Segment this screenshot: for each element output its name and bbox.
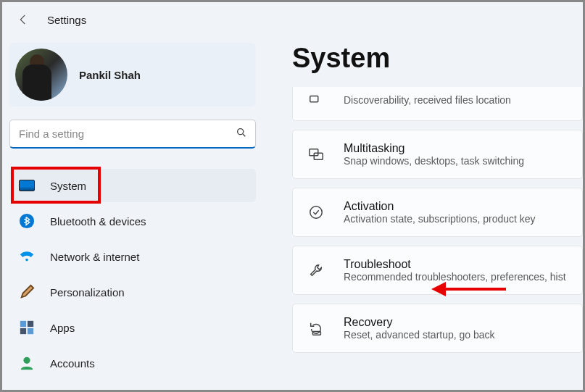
sidebar-item-label: Personalization [50, 286, 125, 299]
search-input[interactable] [9, 120, 256, 149]
card-subtitle: Reset, advanced startup, go back [344, 329, 495, 341]
sidebar-item-label: Accounts [50, 357, 95, 370]
sidebar-item-label: Network & internet [50, 251, 139, 263]
card-nearby-sharing[interactable]: Discoverability, received files location [292, 87, 583, 121]
main-content: System Discoverability, received files l… [263, 37, 583, 390]
sidebar: Pankil Shah System Bluetooth & devices [2, 37, 263, 390]
nav-list: System Bluetooth & devices Network & int… [9, 169, 256, 380]
person-icon [18, 354, 36, 372]
card-title: Activation [344, 200, 536, 213]
check-circle-icon [306, 202, 326, 222]
card-troubleshoot[interactable]: Troubleshoot Recommended troubleshooters… [292, 246, 583, 295]
svg-rect-4 [20, 321, 26, 327]
sidebar-item-label: Apps [50, 322, 75, 334]
sidebar-item-label: System [50, 180, 86, 192]
sidebar-item-apps[interactable]: Apps [9, 311, 256, 344]
window-header: Settings [2, 2, 583, 37]
card-recovery[interactable]: Recovery Reset, advanced startup, go bac… [292, 304, 583, 353]
apps-icon [18, 319, 36, 336]
svg-rect-7 [28, 328, 33, 334]
svg-point-12 [310, 207, 323, 219]
sidebar-item-bluetooth[interactable]: Bluetooth & devices [9, 204, 256, 238]
svg-point-0 [238, 129, 244, 135]
avatar [15, 49, 67, 101]
card-activation[interactable]: Activation Activation state, subscriptio… [292, 188, 583, 237]
wifi-icon [18, 248, 36, 265]
page-title: System [292, 43, 583, 74]
multitask-icon [306, 144, 326, 164]
sidebar-item-label: Bluetooth & devices [50, 215, 146, 228]
card-title: Troubleshoot [344, 258, 566, 271]
svg-point-3 [25, 259, 28, 262]
card-subtitle: Activation state, subscriptions, product… [344, 213, 536, 225]
wrench-icon [306, 260, 326, 280]
card-subtitle: Recommended troubleshooters, preferences… [344, 271, 566, 283]
card-title: Recovery [344, 316, 495, 329]
sidebar-item-system[interactable]: System [9, 169, 256, 202]
sidebar-item-network[interactable]: Network & internet [9, 240, 256, 273]
header-title: Settings [47, 14, 86, 26]
bluetooth-icon [18, 212, 36, 230]
profile-name: Pankil Shah [79, 69, 141, 81]
profile-block[interactable]: Pankil Shah [9, 43, 256, 107]
system-icon [18, 177, 36, 194]
card-multitasking[interactable]: Multitasking Snap windows, desktops, tas… [292, 130, 583, 179]
card-subtitle: Discoverability, received files location [344, 94, 511, 106]
svg-line-1 [243, 134, 245, 136]
svg-rect-5 [28, 321, 33, 327]
recovery-icon [306, 318, 326, 338]
svg-point-8 [23, 357, 30, 364]
nearby-icon [306, 90, 326, 110]
search-box [9, 120, 256, 149]
search-icon [236, 127, 247, 141]
card-title: Multitasking [344, 142, 524, 155]
svg-rect-9 [310, 96, 318, 102]
sidebar-item-accounts[interactable]: Accounts [9, 346, 256, 380]
back-arrow-icon[interactable] [17, 13, 30, 26]
sidebar-item-personalization[interactable]: Personalization [9, 275, 256, 309]
card-subtitle: Snap windows, desktops, task switching [344, 155, 524, 167]
svg-rect-6 [20, 328, 26, 334]
brush-icon [18, 283, 36, 301]
